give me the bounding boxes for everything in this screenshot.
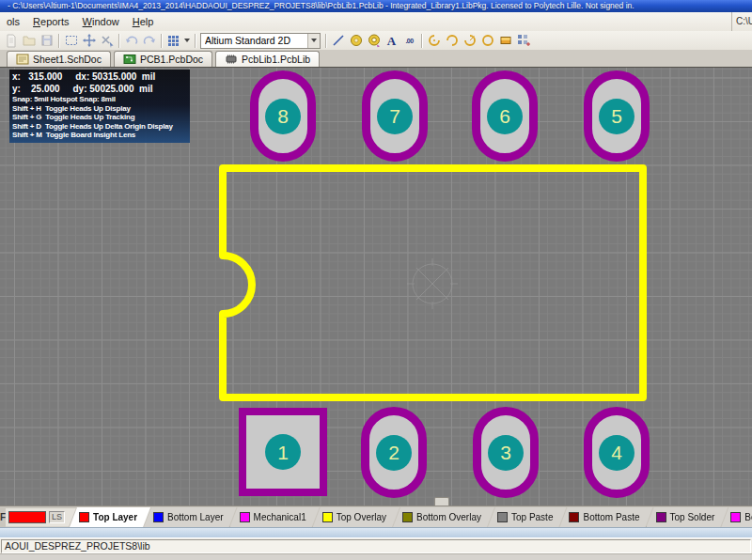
title-bar: - C:\Users\Altium-1\Documents\IMA4_2013_…	[0, 0, 752, 12]
deselect-icon[interactable]	[98, 32, 116, 49]
new-document-icon[interactable]	[2, 32, 20, 49]
altium-window: - C:\Users\Altium-1\Documents\IMA4_2013_…	[0, 0, 752, 560]
layer-tab-bottom-layer[interactable]: Bottom Layer	[144, 507, 236, 527]
layer-color-swatch	[656, 512, 666, 522]
window-bottom-strip	[0, 553, 752, 560]
hud-shortcut-g: Shift + G Toggle Heads Up Tracking	[12, 113, 186, 122]
layer-tab-top-overlay[interactable]: Top Overlay	[313, 507, 400, 527]
pad-number: 3	[500, 443, 511, 462]
menu-item-reports[interactable]: Reports	[26, 13, 76, 30]
pad-hole: 6	[487, 99, 523, 134]
arc-edge-icon[interactable]	[443, 32, 461, 49]
menu-item-tools-clipped[interactable]: ols	[0, 13, 26, 30]
layer-tab-top-solder[interactable]: Top Solder	[647, 507, 728, 527]
pad-hole: 5	[599, 99, 634, 134]
undo-icon[interactable]	[122, 32, 140, 49]
layer-tab-label: Top Paste	[511, 512, 553, 522]
pad-hole: 3	[488, 435, 524, 471]
arc-center-icon[interactable]	[425, 32, 443, 49]
toolbar-separator	[118, 34, 119, 48]
hud-y-coordinates: y: 25.000 dy: 50025.000 mil	[12, 84, 186, 96]
pad-number: 7	[389, 106, 400, 126]
pcb-canvas[interactable]: x: 315.000 dx: 50315.000 mil y: 25.000 d…	[0, 68, 752, 506]
pad-7[interactable]: 7	[362, 70, 428, 162]
pcblib-doc-icon	[225, 54, 238, 65]
pad-4[interactable]: 4	[584, 407, 650, 498]
line-tool-icon[interactable]	[329, 32, 347, 49]
pad-6[interactable]: 6	[472, 70, 538, 162]
save-document-icon[interactable]	[38, 32, 55, 49]
hud-shortcut-h: Shift + H Toggle Heads Up Display	[12, 104, 186, 114]
fill-tool-icon[interactable]	[496, 32, 514, 49]
layer-tab-top-layer[interactable]: Top Layer	[70, 507, 150, 527]
view-configuration-select[interactable]: Altium Standard 2D	[200, 33, 321, 49]
via-tool-icon[interactable]	[365, 32, 383, 49]
layer-tabs: Top LayerBottom LayerMechanical1Top Over…	[76, 507, 752, 527]
arc-angle-icon[interactable]	[461, 32, 478, 49]
layer-tab-label: Mechanical1	[254, 512, 306, 522]
pad-number: 2	[388, 443, 400, 462]
hud-snap-info: Snap: 5mil Hotspot Snap: 8mil	[12, 95, 186, 104]
pad-tool-icon[interactable]	[347, 32, 365, 49]
layer-tab-mechanical1[interactable]: Mechanical1	[230, 507, 320, 527]
layer-tab-label: Bottom Layer	[167, 512, 223, 522]
pad-hole: 7	[377, 99, 413, 134]
doc-tab-label: Sheet1.SchDoc	[33, 54, 102, 65]
pcb-doc-icon	[123, 54, 136, 65]
hud-x-coordinates: x: 315.000 dx: 50315.000 mil	[12, 71, 186, 84]
pad-number: 5	[611, 106, 622, 126]
pad-number: 8	[277, 106, 289, 126]
grid-settings-icon[interactable]	[164, 32, 182, 49]
select-area-icon[interactable]	[62, 32, 80, 49]
status-bar: AOUI_DESPREZ_PROJETS8\lib	[0, 537, 752, 553]
pad-number: 1	[277, 443, 289, 462]
panel-splitter-grip[interactable]	[434, 497, 449, 506]
full-circle-icon[interactable]	[478, 32, 496, 49]
layer-color-swatch	[402, 512, 413, 522]
toolbar-separator	[161, 34, 162, 48]
pad-1[interactable]: 1	[239, 408, 327, 496]
chevron-down-icon[interactable]	[307, 34, 320, 48]
pad-3[interactable]: 3	[473, 407, 539, 498]
menu-right-path-clipped: C:\U	[731, 12, 752, 31]
layer-tab-bottom-paste[interactable]: Bottom Paste	[559, 507, 652, 527]
layer-color-swatch	[569, 512, 579, 522]
layer-color-swatch	[322, 512, 333, 522]
pad-hole: 1	[265, 434, 301, 470]
heads-up-display: x: 315.000 dx: 50315.000 mil y: 25.000 d…	[9, 70, 190, 143]
doc-tab-pcb1-pcbdoc[interactable]: PCB1.PcbDoc	[114, 51, 212, 67]
doc-tab-sheet1-schdoc[interactable]: Sheet1.SchDoc	[7, 51, 111, 67]
layer-tab-label: Bottom Overlay	[416, 512, 481, 522]
pad-number: 6	[499, 106, 510, 126]
paste-array-icon[interactable]	[514, 32, 532, 49]
layer-tab-bottom-overlay[interactable]: Bottom Overlay	[393, 507, 494, 527]
pad-hole: 4	[599, 435, 634, 471]
move-icon[interactable]	[80, 32, 98, 49]
open-document-icon[interactable]	[20, 32, 38, 49]
grid-dropdown-chevron-icon[interactable]	[182, 32, 192, 49]
toolbar-separator	[195, 34, 196, 48]
doc-tab-label: PcbLib1.PcbLib	[242, 54, 310, 65]
schematic-doc-icon	[16, 54, 29, 65]
pad-2[interactable]: 2	[361, 407, 427, 498]
pad-hole: 2	[376, 435, 412, 471]
status-path-text: AOUI_DESPREZ_PROJETS8\lib	[1, 539, 751, 553]
main-toolbar: Altium Standard 2D A .00	[0, 31, 752, 50]
string-tool-icon[interactable]: A	[383, 32, 400, 49]
doc-tab-label: PCB1.PcbDoc	[140, 54, 203, 65]
layer-tab-bar: F LS Top LayerBottom LayerMechanical1Top…	[0, 506, 752, 527]
menu-item-help[interactable]: Help	[126, 13, 161, 30]
layer-sets-control[interactable]: LS	[6, 508, 76, 527]
pad-8[interactable]: 8	[250, 70, 316, 162]
view-configuration-value: Altium Standard 2D	[205, 35, 307, 46]
toolbar-separator	[325, 34, 326, 48]
layer-tab-top-paste[interactable]: Top Paste	[488, 507, 566, 527]
redo-icon[interactable]	[140, 32, 158, 49]
doc-tab-pcblib1-pcblib[interactable]: PcbLib1.PcbLib	[215, 51, 320, 67]
layer-sets-label: LS	[49, 511, 65, 523]
document-tab-bar: Sheet1.SchDoc PCB1.PcbDoc PcbLib1.PcbLib	[0, 50, 752, 68]
coordinate-tool-icon[interactable]: .00	[400, 32, 418, 49]
clipped-panel-label: F	[0, 512, 6, 522]
menu-item-window[interactable]: Window	[76, 13, 126, 30]
pad-5[interactable]: 5	[584, 70, 650, 162]
